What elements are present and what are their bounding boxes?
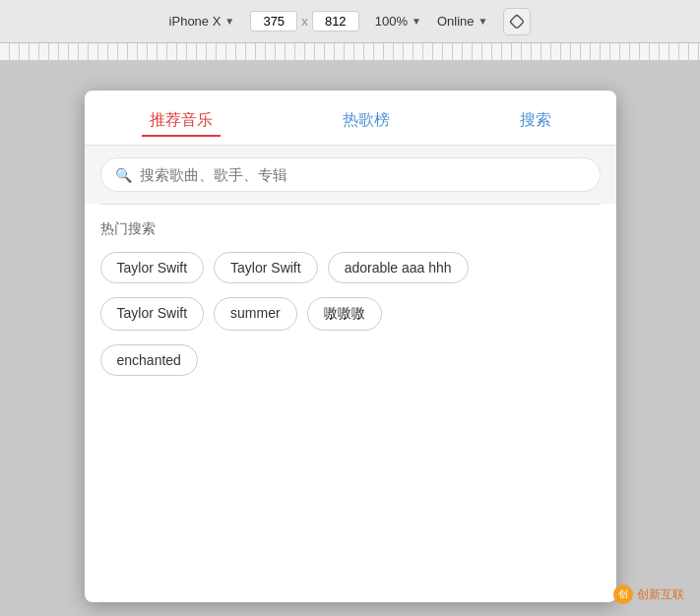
ruler-marks [0,43,700,60]
svg-rect-0 [510,14,524,28]
tag-summer[interactable]: summer [214,297,297,331]
diamond-icon [509,14,525,30]
tag-taylor-swift-1[interactable]: Taylor Swift [100,252,205,283]
hot-search-title: 热门搜索 [100,220,601,238]
device-label: iPhone X [169,14,222,29]
tab-search[interactable]: 搜索 [512,106,559,137]
search-bar[interactable]: 🔍 [100,157,601,192]
tab-hot-chart[interactable]: 热歌榜 [335,106,398,137]
zoom-label: 100% [375,14,408,29]
online-control[interactable]: Online ▼ [437,14,487,29]
tags-row-1: Taylor Swift Taylor Swift adorable aaa h… [100,252,601,283]
watermark-label: 创新互联 [637,586,684,603]
hot-search-section: 热门搜索 Taylor Swift Taylor Swift adorable … [85,205,616,405]
canvas-area: 推荐音乐 热歌榜 搜索 🔍 热门搜索 Taylor Swift [0,61,700,616]
watermark-icon: 创 [613,585,633,604]
search-bar-wrapper: 🔍 [85,146,616,204]
online-chevron: ▼ [478,16,488,27]
dimension-controls: x [250,11,359,31]
mobile-frame: 推荐音乐 热歌榜 搜索 🔍 热门搜索 Taylor Swift [85,91,616,602]
zoom-chevron: ▼ [412,16,421,27]
search-input[interactable] [140,166,586,183]
device-chevron: ▼ [224,16,234,27]
ruler [0,43,700,61]
tag-enchanted[interactable]: enchanted [100,344,198,376]
tags-row-2: Taylor Swift summer 嗷嗷嗷 [100,297,601,331]
watermark: 创 创新互联 [613,585,684,604]
settings-icon-button[interactable] [503,8,531,35]
tab-navigation: 推荐音乐 热歌榜 搜索 [85,91,616,146]
device-selector[interactable]: iPhone X ▼ [169,14,235,29]
tab-recommended[interactable]: 推荐音乐 [142,106,221,137]
tag-aowow[interactable]: 嗷嗷嗷 [307,297,382,331]
width-input[interactable] [250,11,297,31]
tag-taylor-swift-3[interactable]: Taylor Swift [100,297,205,331]
zoom-control[interactable]: 100% ▼ [375,14,421,29]
search-icon: 🔍 [115,167,132,183]
height-input[interactable] [312,11,359,31]
toolbar: iPhone X ▼ x 100% ▼ Online ▼ [0,0,700,43]
dim-cross: x [301,14,308,29]
online-label: Online [437,14,475,29]
tag-adorable[interactable]: adorable aaa hhh [328,252,469,283]
tags-row-3: enchanted [100,344,601,376]
tag-taylor-swift-2[interactable]: Taylor Swift [214,252,318,283]
